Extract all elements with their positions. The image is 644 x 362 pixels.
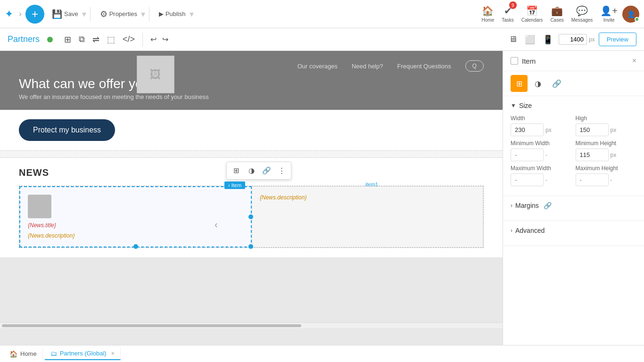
float-more-button[interactable]: ⋮	[275, 164, 288, 177]
properties-group: ⚙ Properties ▾	[96, 7, 149, 21]
image-placeholder: 🖼	[137, 56, 174, 93]
scroll-thumb[interactable]	[2, 324, 301, 327]
tasks-label: Tasks	[502, 17, 514, 23]
min-height-col: Minimum Height px	[576, 140, 637, 161]
width-input[interactable]: 230	[511, 123, 544, 136]
float-style-button[interactable]: ◑	[245, 164, 258, 177]
max-height-label: Maximum Height	[576, 165, 637, 172]
home-tab-icon: 🏠	[9, 350, 17, 358]
undo-redo-group: ↩ ↪	[149, 33, 170, 46]
max-height-col: Maximum Height -	[576, 165, 637, 186]
save-label: Save	[64, 10, 78, 17]
nav-invite[interactable]: 👤+ Invite	[597, 3, 620, 25]
horizontal-scrollbar[interactable]	[0, 322, 503, 328]
select-button[interactable]: ⬚	[105, 33, 117, 47]
panel-tab-link[interactable]: 🔗	[548, 75, 565, 92]
tab-home[interactable]: 🏠 Home	[4, 348, 43, 360]
nav-cases[interactable]: 💼 Cases	[547, 3, 566, 25]
canvas-area: 🖼 Our coverages Need help? Frequent Ques…	[0, 51, 503, 345]
resize-right[interactable]	[248, 214, 253, 219]
properties-divider: ▾	[141, 9, 145, 19]
panel-tab-layout[interactable]: ⊞	[511, 75, 528, 92]
image-icon: 🖼	[150, 68, 161, 81]
margins-header[interactable]: › Margins 🔗	[511, 202, 636, 209]
canvas-width-input[interactable]: 1400	[559, 34, 587, 45]
redo-button[interactable]: ↪	[160, 33, 170, 46]
news-desc-template: {News.description}	[28, 232, 243, 239]
width-high-row: Width 230 px High 150 px	[511, 115, 636, 136]
float-toolbar: ⊞ ◑ 🔗 ⋮	[226, 162, 291, 180]
protect-business-button[interactable]: Protect my business	[19, 119, 115, 141]
tab-close-button[interactable]: ×	[111, 350, 115, 357]
float-link-button[interactable]: 🔗	[260, 164, 273, 177]
news-item-normal: {News.description}	[252, 186, 483, 247]
item-chip: ‹ Item	[224, 181, 245, 189]
size-chevron: ▼	[511, 102, 516, 109]
home-icon: 🏠	[482, 5, 494, 16]
code-button[interactable]: </>	[121, 33, 137, 46]
float-layout-button[interactable]: ⊞	[230, 164, 243, 177]
width-field-label: Width	[511, 115, 572, 122]
news-prev-button[interactable]: ‹	[215, 219, 218, 230]
viewport-controls: 🖥 ⬜ 📱 1400 px Preview	[507, 33, 636, 47]
add-element-button[interactable]: +	[25, 5, 44, 24]
section-separator	[0, 150, 503, 158]
secondary-toolbar: Partners ⊞ ⧉ ⇌ ⬚ </> ↩ ↪ 🖥 ⬜ 📱 1400 px P…	[0, 28, 644, 51]
right-panel: Item × ⊞ ◑ 🔗 ▼ Size Width 230 px	[503, 51, 644, 345]
grid-view-button[interactable]: ⊞	[62, 33, 73, 47]
tablet-landscape-button[interactable]: ⬜	[523, 33, 537, 47]
size-section-header[interactable]: ▼ Size	[511, 102, 636, 109]
resize-bottom[interactable]	[133, 244, 138, 249]
save-icon: 💾	[52, 9, 62, 19]
desktop-view-button[interactable]: 🖥	[507, 33, 519, 46]
min-height-input[interactable]	[576, 148, 609, 161]
panel-close-button[interactable]: ×	[632, 57, 636, 65]
routes-button[interactable]: ⇌	[91, 33, 101, 47]
back-button[interactable]: ›	[19, 9, 22, 19]
news-section: NEWS ⊞ ◑ 🔗 ⋮ ‹ Item item1 ‹	[0, 158, 503, 257]
page-title: Partners	[8, 34, 40, 44]
preview-button[interactable]: Preview	[599, 33, 636, 46]
news-item-selected: {News.title} {News.description}	[19, 186, 252, 247]
nav-tasks[interactable]: ✔ 9 Tasks	[499, 3, 517, 25]
properties-button[interactable]: ⚙ Properties	[96, 7, 141, 21]
nav-home[interactable]: 🏠 Home	[479, 3, 497, 25]
save-group: 💾 Save ▾	[48, 7, 91, 21]
calendars-label: Calendars	[521, 17, 543, 23]
home-tab-label: Home	[20, 350, 37, 357]
nav-calendars[interactable]: 📅 Calendars	[519, 3, 546, 25]
publish-label: Publish	[165, 10, 186, 17]
nav-coverages[interactable]: Our coverages	[297, 63, 338, 70]
panel-tab-style[interactable]: ◑	[529, 75, 546, 92]
width-input-group: 1400 px	[559, 34, 595, 45]
panel-checkbox[interactable]	[511, 57, 518, 65]
tasks-badge: 9	[509, 1, 517, 9]
top-toolbar: ✦ › + 💾 Save ▾ ⚙ Properties ▾ ▶ Publish	[0, 0, 644, 28]
tab-partners[interactable]: 🗂 Partners (Global) ×	[45, 348, 121, 360]
nav-cta-btn[interactable]: Q	[465, 60, 484, 72]
mobile-view-button[interactable]: 📱	[541, 33, 555, 47]
margins-label: Margins	[515, 202, 539, 209]
toolbar-left: ✦ › + 💾 Save ▾ ⚙ Properties ▾ ▶ Publish	[5, 5, 194, 24]
nav-help[interactable]: Need help?	[352, 63, 383, 70]
panel-title-area: Item	[511, 57, 536, 65]
margins-section: › Margins 🔗	[503, 196, 644, 221]
max-width-input[interactable]	[511, 173, 544, 186]
high-field-label: High	[576, 115, 637, 122]
nav-messages[interactable]: 💬 Messages	[569, 3, 596, 25]
width-col: Width 230 px	[511, 115, 572, 136]
min-width-input[interactable]	[511, 148, 544, 161]
resize-corner[interactable]	[248, 244, 253, 249]
advanced-header[interactable]: › Advanced	[511, 227, 636, 234]
publish-button[interactable]: ▶ Publish	[155, 8, 190, 19]
save-button[interactable]: 💾 Save	[48, 7, 82, 21]
nav-faq[interactable]: Frequent Questions	[397, 63, 451, 70]
layers-button[interactable]: ⧉	[77, 33, 87, 46]
main-area: 🖼 Our coverages Need help? Frequent Ques…	[0, 51, 644, 345]
high-input[interactable]: 150	[576, 123, 609, 136]
undo-button[interactable]: ↩	[149, 33, 158, 46]
min-width-col: Minimum Width -	[511, 140, 572, 161]
partners-tab-icon: 🗂	[50, 350, 57, 357]
max-height-input[interactable]	[576, 173, 609, 186]
margins-chevron: ›	[511, 202, 512, 209]
